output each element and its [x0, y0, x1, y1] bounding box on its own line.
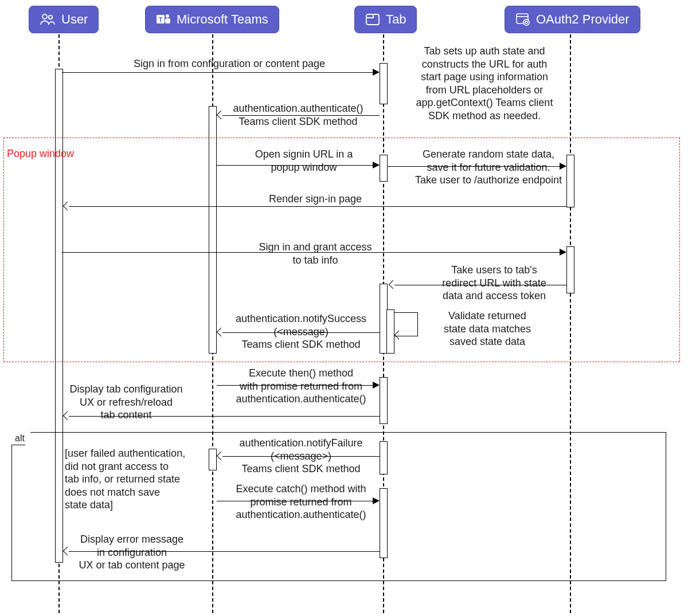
- arrow-auth-authenticate: [222, 115, 380, 116]
- participant-oauth: OAuth2 Provider: [505, 6, 640, 33]
- arrow-display-error: [69, 551, 380, 552]
- arrowhead-auth-authenticate: [217, 111, 226, 120]
- note-redirect: Take users to tab's redirect URL with st…: [431, 264, 557, 303]
- svg-text:T: T: [159, 16, 163, 23]
- arrowhead-exec-then: [373, 382, 380, 389]
- participant-user: User: [29, 6, 99, 33]
- popup-window-label: Popup window: [7, 148, 74, 160]
- arrow-display-config: [69, 416, 380, 417]
- msg-signin-start: Sign in from configuration or content pa…: [95, 57, 364, 70]
- participant-user-label: User: [61, 12, 88, 27]
- msg-display-error: Display error message in configuration U…: [66, 533, 198, 572]
- activation-tab-4: [380, 377, 388, 424]
- note-validate: Validate returned state data matches sav…: [430, 309, 545, 348]
- participant-teams: T Microsoft Teams: [145, 6, 279, 33]
- note-generate-state: Generate random state data, save it for …: [408, 148, 569, 187]
- msg-open-popup: Open signin URL in a popup window: [241, 148, 367, 174]
- svg-point-4: [166, 14, 169, 18]
- arrow-exec-catch: [217, 501, 373, 501]
- participant-oauth-label: OAuth2 Provider: [536, 12, 630, 27]
- arrow-signin-start: [62, 72, 373, 73]
- arrow-redirect: [394, 285, 566, 285]
- arrowhead-open-popup: [373, 162, 380, 168]
- msg-exec-then: Execute then() method with promise retur…: [226, 367, 376, 406]
- alt-condition: [user failed authentication, did not gra…: [65, 447, 197, 512]
- arrow-notify-failure: [222, 456, 380, 457]
- note-tab-setup: Tab sets up auth state and constructs th…: [410, 45, 559, 122]
- arrow-notify-success: [222, 332, 380, 333]
- arrow-to-oauth-authorize: [388, 166, 561, 167]
- sequence-diagram: User T Microsoft Teams Tab: [0, 0, 688, 616]
- participant-tab: Tab: [354, 6, 417, 33]
- arrowhead-to-oauth-authorize: [560, 163, 566, 170]
- arrow-render-signin: [69, 206, 566, 207]
- msg-signin-grant: Sign in and grant access to tab info: [229, 241, 401, 266]
- svg-point-1: [49, 15, 52, 19]
- msg-exec-catch: Execute catch() method with promise retu…: [224, 482, 378, 521]
- msg-render-signin: Render sign-in page: [229, 193, 401, 206]
- tab-icon: [365, 13, 380, 26]
- browser-cog-icon: [515, 13, 530, 26]
- teams-icon: T: [156, 13, 171, 26]
- arrowhead-signin-grant: [560, 249, 566, 256]
- msg-notify-success: authentication.notifySuccess (<message) …: [226, 312, 376, 351]
- arrow-signin-grant: [62, 252, 561, 253]
- arrowhead-exec-catch: [373, 497, 380, 504]
- svg-rect-5: [165, 18, 170, 23]
- arrowhead-signin-start: [373, 69, 380, 76]
- users-icon: [40, 13, 56, 26]
- arrow-exec-then: [217, 385, 373, 386]
- participant-teams-label: Microsoft Teams: [177, 12, 268, 27]
- svg-point-0: [42, 14, 47, 19]
- svg-rect-6: [366, 14, 379, 25]
- arrow-open-popup: [217, 165, 373, 166]
- activation-tab-1: [380, 63, 388, 104]
- participant-tab-label: Tab: [386, 12, 406, 27]
